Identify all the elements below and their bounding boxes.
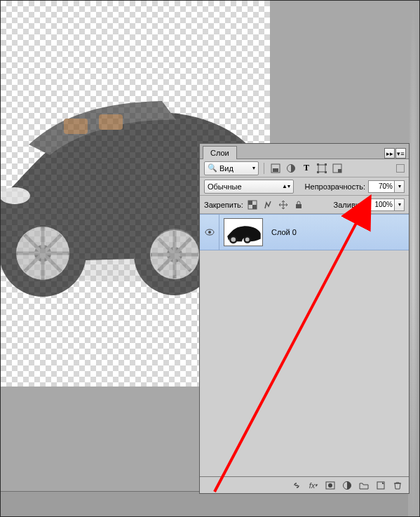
- lock-image-icon[interactable]: [262, 199, 274, 211]
- search-icon: 🔍: [208, 163, 217, 173]
- layer-list[interactable]: Слой 0: [200, 214, 409, 476]
- new-layer-icon[interactable]: [374, 479, 388, 492]
- svg-rect-31: [248, 201, 252, 205]
- svg-point-18: [18, 228, 68, 278]
- status-bar: [1, 491, 419, 516]
- svg-point-5: [34, 245, 51, 262]
- opacity-input[interactable]: [368, 180, 395, 193]
- lock-all-icon[interactable]: [292, 199, 305, 211]
- lock-fill-row: Закрепить: Заливка: ▾: [200, 196, 409, 214]
- eye-icon: [205, 227, 215, 237]
- svg-line-8: [25, 235, 61, 271]
- svg-rect-2: [99, 114, 123, 130]
- svg-point-42: [328, 483, 332, 488]
- svg-rect-27: [325, 171, 327, 173]
- svg-rect-32: [252, 205, 257, 209]
- layer-thumbnail[interactable]: [219, 215, 267, 250]
- svg-rect-1: [64, 119, 88, 134]
- new-adjustment-icon[interactable]: [340, 479, 354, 492]
- svg-rect-23: [318, 165, 325, 172]
- svg-point-40: [245, 238, 250, 242]
- tab-layers[interactable]: Слои: [203, 146, 237, 159]
- layer-filter-row: 🔍 Вид ▾ T: [200, 159, 409, 177]
- svg-rect-29: [338, 169, 341, 173]
- svg-point-3: [1, 210, 86, 297]
- svg-rect-33: [296, 204, 302, 208]
- panel-menu-icon[interactable]: ▾≡: [395, 148, 406, 159]
- panel-collapse-icon[interactable]: ▸▸: [384, 148, 395, 159]
- svg-rect-25: [325, 163, 327, 166]
- filter-smartobject-icon[interactable]: [331, 162, 344, 175]
- add-mask-icon[interactable]: [323, 479, 337, 492]
- svg-point-17: [1, 187, 30, 204]
- fill-dropdown-icon[interactable]: ▾: [395, 199, 405, 211]
- svg-point-4: [16, 227, 69, 280]
- layers-panel: Слои ▸▸ ▾≡ 🔍 Вид ▾ T Обычные▲▾ Непрозрач…: [199, 143, 409, 494]
- svg-rect-24: [317, 163, 319, 166]
- lock-position-icon[interactable]: [277, 199, 290, 211]
- layer-name[interactable]: Слой 0: [267, 228, 297, 236]
- layer-row[interactable]: Слой 0: [200, 214, 409, 250]
- app-frame: Слои ▸▸ ▾≡ 🔍 Вид ▾ T Обычные▲▾ Непрозрач…: [0, 0, 420, 517]
- filter-adjustment-icon[interactable]: [285, 162, 297, 175]
- filter-shape-icon[interactable]: [316, 162, 328, 175]
- svg-rect-21: [273, 168, 278, 172]
- delete-layer-icon[interactable]: [391, 479, 405, 492]
- svg-line-9: [25, 235, 61, 271]
- opacity-label: Непрозрачность:: [305, 182, 365, 191]
- filter-pixel-icon[interactable]: [269, 162, 282, 175]
- filter-type-icon[interactable]: T: [300, 162, 313, 175]
- svg-line-15: [158, 239, 191, 271]
- panel-tabs: Слои ▸▸ ▾≡: [200, 144, 409, 159]
- lock-label: Закрепить:: [204, 201, 243, 209]
- layer-fx-icon[interactable]: fx▾: [306, 479, 320, 492]
- opacity-dropdown-icon[interactable]: ▾: [395, 180, 405, 193]
- layer-filter-kind[interactable]: 🔍 Вид ▾: [204, 161, 259, 175]
- svg-line-16: [158, 239, 191, 271]
- filter-toggle-switch[interactable]: [396, 164, 405, 173]
- svg-rect-26: [317, 171, 319, 173]
- svg-point-19: [151, 229, 198, 275]
- blend-mode-select[interactable]: Обычные▲▾: [204, 180, 294, 194]
- svg-point-35: [208, 231, 211, 234]
- right-scroll-strip[interactable]: [408, 1, 419, 516]
- svg-point-12: [167, 247, 182, 262]
- lock-transparent-icon[interactable]: [246, 199, 259, 211]
- blend-opacity-row: Обычные▲▾ Непрозрачность: ▾: [200, 177, 409, 196]
- new-group-icon[interactable]: [357, 479, 371, 492]
- svg-point-38: [231, 237, 236, 242]
- fill-input[interactable]: [368, 199, 395, 211]
- fill-label: Заливка:: [334, 201, 365, 209]
- visibility-toggle[interactable]: [200, 215, 219, 250]
- panel-footer: fx▾: [200, 476, 409, 493]
- svg-point-11: [150, 230, 199, 279]
- link-layers-icon[interactable]: [290, 479, 304, 492]
